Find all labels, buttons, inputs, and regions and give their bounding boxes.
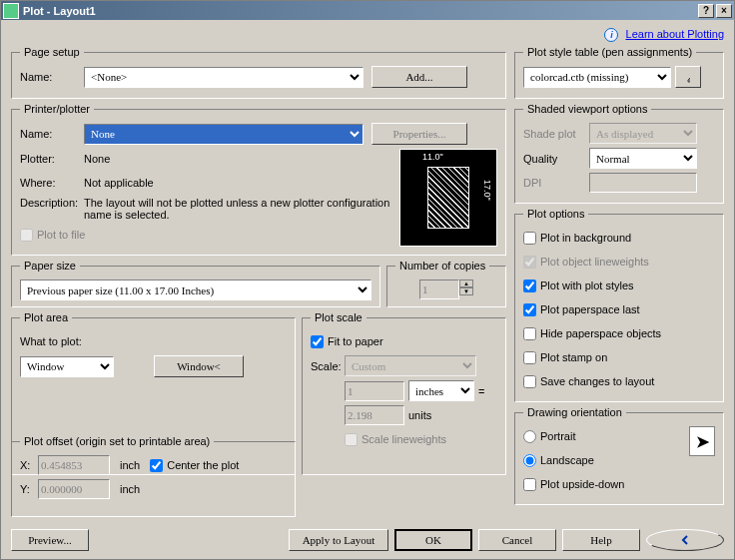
app-icon xyxy=(3,3,19,19)
where-value: Not applicable xyxy=(84,177,154,189)
plot-stamp-label: Plot stamp on xyxy=(540,351,607,363)
window-title: Plot - Layout1 xyxy=(23,5,696,17)
upside-down-label: Plot upside-down xyxy=(540,478,624,490)
desc-value: The layout will not be plotted unless a … xyxy=(84,197,399,221)
paper-size-select[interactable]: Previous paper size (11.00 x 17.00 Inche… xyxy=(20,280,371,300)
plot-style-table-group: Plot style table (pen assignments) color… xyxy=(514,46,724,99)
help-titlebar-button[interactable]: ? xyxy=(698,4,714,18)
scale-select[interactable]: Custom xyxy=(345,355,476,376)
preview-height: 17.0" xyxy=(482,180,492,201)
plot-offset-legend: Plot offset (origin set to printable are… xyxy=(20,435,214,447)
units-label: units xyxy=(408,409,431,421)
scale-value1-input[interactable] xyxy=(345,381,404,401)
plot-area-legend: Plot area xyxy=(20,311,72,323)
fit-to-paper-checkbox[interactable] xyxy=(311,335,324,348)
copies-input[interactable] xyxy=(419,280,459,299)
copies-legend: Number of copies xyxy=(395,260,489,272)
printer-plotter-group: Printer/plotter Name: None Properties... xyxy=(11,103,506,256)
plot-options-legend: Plot options xyxy=(523,208,588,220)
dpi-label: DPI xyxy=(523,177,589,189)
plot-dialog: Plot - Layout1 ? × i Learn about Plottin… xyxy=(0,0,735,560)
offset-x-input[interactable] xyxy=(38,455,110,475)
portrait-radio[interactable] xyxy=(523,430,536,443)
landscape-radio[interactable] xyxy=(523,454,536,467)
copies-spinner[interactable]: ▲▼ xyxy=(459,280,473,299)
portrait-label: Portrait xyxy=(540,430,575,442)
plot-lineweights-label: Plot object lineweights xyxy=(540,256,649,268)
scale-lineweights-label: Scale lineweights xyxy=(362,433,446,445)
help-button[interactable]: Help xyxy=(562,529,640,551)
page-setup-name-select[interactable]: <None> xyxy=(84,67,364,88)
orientation-legend: Drawing orientation xyxy=(523,406,626,418)
printer-name-label: Name: xyxy=(20,128,84,140)
edit-style-button[interactable] xyxy=(675,66,701,88)
desc-label: Description: xyxy=(20,197,84,209)
offset-x-label: X: xyxy=(20,459,38,471)
preview-width: 11.0" xyxy=(422,152,443,162)
landscape-label: Landscape xyxy=(540,454,594,466)
button-bar: Preview... Apply to Layout OK Cancel Hel… xyxy=(1,525,734,559)
scale-unit1-select[interactable]: inches xyxy=(408,380,474,401)
offset-y-input[interactable] xyxy=(38,479,110,499)
shade-plot-label: Shade plot xyxy=(523,128,589,140)
collapse-button[interactable] xyxy=(646,529,724,551)
add-button[interactable]: Add... xyxy=(371,66,467,88)
plot-lineweights-checkbox[interactable] xyxy=(523,256,536,269)
plot-styles-checkbox[interactable] xyxy=(523,280,536,292)
dpi-input[interactable] xyxy=(589,173,697,193)
upside-down-checkbox[interactable] xyxy=(523,478,536,491)
printer-name-select[interactable]: None xyxy=(84,124,364,145)
paper-size-group: Paper size Previous paper size (11.00 x … xyxy=(11,260,380,307)
center-plot-checkbox[interactable] xyxy=(150,459,163,472)
plot-to-file-checkbox[interactable] xyxy=(20,229,33,242)
page-setup-name-label: Name: xyxy=(20,71,84,83)
fit-to-paper-label: Fit to paper xyxy=(328,335,383,347)
plot-paperspace-last-checkbox[interactable] xyxy=(523,303,536,316)
learn-plotting-link[interactable]: Learn about Plotting xyxy=(626,28,724,40)
what-to-plot-label: What to plot: xyxy=(20,335,82,347)
scale-lineweights-checkbox[interactable] xyxy=(345,433,358,446)
orientation-group: Drawing orientation Portrait Landscape ➤… xyxy=(514,406,724,505)
plot-style-table-legend: Plot style table (pen assignments) xyxy=(523,46,696,58)
save-changes-checkbox[interactable] xyxy=(523,375,536,388)
hide-paperspace-label: Hide paperspace objects xyxy=(540,327,661,339)
preview-button[interactable]: Preview... xyxy=(11,529,89,551)
window-button[interactable]: Window< xyxy=(154,355,244,377)
plot-background-label: Plot in background xyxy=(540,232,631,244)
title-bar: Plot - Layout1 ? × xyxy=(1,1,734,20)
page-setup-group: Page setup Name: <None> Add... xyxy=(11,46,506,99)
shade-plot-select[interactable]: As displayed xyxy=(589,123,697,144)
shaded-viewport-legend: Shaded viewport options xyxy=(523,103,651,115)
orientation-icon: ➤ xyxy=(689,426,715,456)
printer-legend: Printer/plotter xyxy=(20,103,94,115)
center-plot-label: Center the plot xyxy=(167,459,239,471)
offset-x-unit: inch xyxy=(120,459,140,471)
cancel-button[interactable]: Cancel xyxy=(478,529,556,551)
scale-label: Scale: xyxy=(311,360,345,372)
what-to-plot-select[interactable]: Window xyxy=(20,356,114,377)
pencil-icon xyxy=(686,70,690,84)
plot-paperspace-last-label: Plot paperspace last xyxy=(540,303,640,315)
offset-y-label: Y: xyxy=(20,483,38,495)
chevron-left-icon xyxy=(680,535,690,545)
plot-style-table-select[interactable]: colorcad.ctb (missing) xyxy=(523,67,671,88)
plot-options-group: Plot options Plot in background Plot obj… xyxy=(514,208,724,402)
properties-button[interactable]: Properties... xyxy=(371,123,467,145)
paper-size-legend: Paper size xyxy=(20,260,80,272)
equals-label: = xyxy=(478,385,484,397)
plot-to-file-label: Plot to file xyxy=(37,229,85,241)
hide-paperspace-checkbox[interactable] xyxy=(523,327,536,340)
plot-scale-group: Plot scale Fit to paper Scale: Custom xyxy=(302,311,506,475)
plot-styles-label: Plot with plot styles xyxy=(540,280,634,291)
plotter-label: Plotter: xyxy=(20,153,84,165)
apply-layout-button[interactable]: Apply to Layout xyxy=(289,529,388,551)
where-label: Where: xyxy=(20,177,84,189)
quality-select[interactable]: Normal xyxy=(589,148,697,169)
save-changes-label: Save changes to layout xyxy=(540,375,654,387)
ok-button[interactable]: OK xyxy=(394,529,472,551)
plot-background-checkbox[interactable] xyxy=(523,232,536,245)
plot-stamp-checkbox[interactable] xyxy=(523,351,536,364)
close-titlebar-button[interactable]: × xyxy=(716,4,732,18)
shaded-viewport-group: Shaded viewport options Shade plot As di… xyxy=(514,103,724,204)
scale-value2-input[interactable] xyxy=(345,405,404,425)
